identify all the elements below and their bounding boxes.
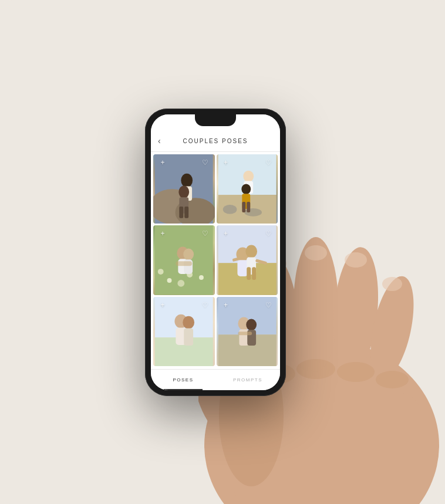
add-icon-2[interactable]: + <box>221 158 231 167</box>
svg-rect-25 <box>184 206 188 218</box>
svg-rect-35 <box>247 202 250 212</box>
svg-point-4 <box>329 245 383 376</box>
heart-icon-4[interactable]: ♡ <box>264 229 273 238</box>
svg-point-41 <box>177 280 184 287</box>
svg-point-22 <box>178 185 189 198</box>
heart-icon-6[interactable]: ♡ <box>264 300 273 310</box>
app-scene: ‹ COUPLES POSES <box>0 0 445 504</box>
svg-rect-62 <box>184 328 193 346</box>
app-header: ‹ COUPLES POSES <box>151 131 280 152</box>
heart-icon-5[interactable]: ♡ <box>201 300 210 310</box>
photo-5-icons: + ♡ <box>153 300 215 310</box>
svg-rect-34 <box>242 202 245 212</box>
svg-point-14 <box>382 277 402 291</box>
svg-point-3 <box>294 237 338 372</box>
svg-point-13 <box>345 252 367 268</box>
add-icon-3[interactable]: + <box>158 229 167 238</box>
photo-grid: + ♡ <box>151 152 280 369</box>
heart-icon-2[interactable]: ♡ <box>264 158 273 167</box>
svg-point-40 <box>199 275 204 280</box>
photo-grid-item-5[interactable]: + ♡ <box>153 297 215 367</box>
svg-point-51 <box>245 245 257 258</box>
svg-point-61 <box>183 316 194 329</box>
status-bar <box>151 114 280 131</box>
add-icon-6[interactable]: + <box>221 300 231 310</box>
tab-prompts[interactable]: PROMPTS <box>215 370 280 390</box>
svg-point-44 <box>183 249 194 261</box>
phone-body: ‹ COUPLES POSES <box>145 109 286 396</box>
back-button[interactable]: ‹ <box>158 136 161 146</box>
svg-point-38 <box>167 278 172 283</box>
svg-rect-46 <box>176 261 192 266</box>
svg-point-9 <box>337 362 375 382</box>
add-icon-4[interactable]: + <box>221 229 231 238</box>
svg-point-28 <box>222 205 237 214</box>
photo-grid-item-4[interactable]: + ♡ <box>217 225 278 295</box>
svg-point-20 <box>181 173 193 187</box>
svg-point-12 <box>305 245 327 261</box>
photo-6-icons: + ♡ <box>217 300 278 310</box>
svg-rect-50 <box>237 260 248 276</box>
svg-rect-54 <box>252 267 256 280</box>
photo-3-icons: + ♡ <box>153 229 215 238</box>
svg-point-5 <box>363 272 422 383</box>
bottom-tab-bar: POSES PROMPTS <box>151 369 280 390</box>
add-icon-5[interactable]: + <box>158 300 167 310</box>
svg-point-37 <box>158 269 164 275</box>
svg-rect-6 <box>234 393 422 504</box>
photo-1-icons: + ♡ <box>153 158 215 167</box>
heart-icon-1[interactable]: ♡ <box>201 158 210 167</box>
svg-point-10 <box>376 371 409 388</box>
photo-4-icons: + ♡ <box>217 229 278 238</box>
screen-title: COUPLES POSES <box>183 138 248 144</box>
photo-grid-item-6[interactable]: + ♡ <box>217 297 278 367</box>
svg-rect-24 <box>179 206 183 218</box>
photo-2-icons: + ♡ <box>217 158 278 167</box>
phone-screen: ‹ COUPLES POSES <box>151 114 280 390</box>
svg-point-67 <box>246 319 257 330</box>
svg-rect-53 <box>247 267 251 280</box>
add-icon-1[interactable]: + <box>158 158 167 167</box>
photo-grid-item-2[interactable]: + ♡ <box>217 154 278 224</box>
photo-grid-item-1[interactable]: + ♡ <box>153 154 215 224</box>
heart-icon-3[interactable]: ♡ <box>201 229 210 238</box>
svg-point-30 <box>243 170 254 182</box>
phone-device: ‹ COUPLES POSES <box>145 109 286 396</box>
svg-point-32 <box>241 184 251 194</box>
tab-poses[interactable]: POSES <box>151 370 215 390</box>
photo-grid-item-3[interactable]: + ♡ <box>153 225 215 295</box>
svg-point-8 <box>296 359 335 379</box>
svg-rect-69 <box>238 332 252 335</box>
